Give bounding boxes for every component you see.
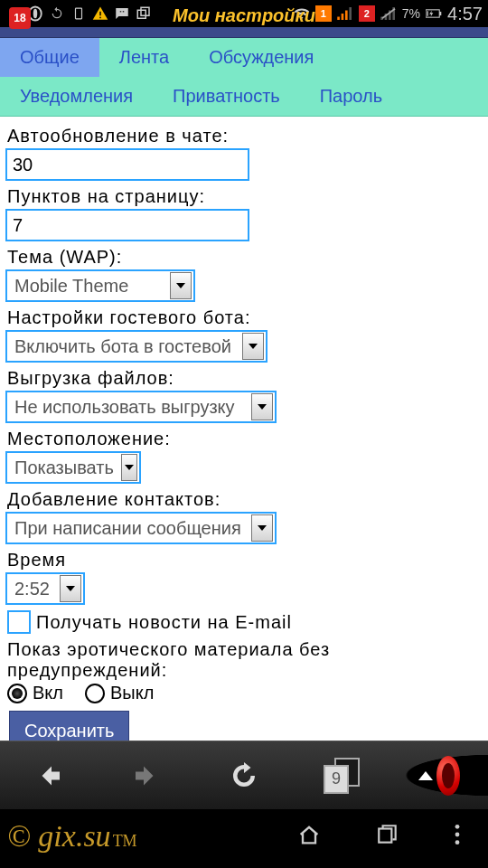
news-email-checkbox[interactable] xyxy=(7,610,31,634)
svg-rect-4 xyxy=(99,17,101,19)
opera-menu-button[interactable] xyxy=(418,755,460,797)
theme-select[interactable]: Mobile Theme xyxy=(5,269,195,302)
contacts-value: При написании сообщения xyxy=(7,518,251,539)
tab-password[interactable]: Пароль xyxy=(300,77,402,116)
opera-icon xyxy=(436,756,460,796)
erotic-on-radio[interactable] xyxy=(7,684,27,703)
settings-tabs: Общие Лента Обсуждения Уведомления Прива… xyxy=(0,38,488,117)
home-softkey[interactable] xyxy=(296,822,322,851)
tab-privacy[interactable]: Приватность xyxy=(153,77,300,116)
guest-bot-value: Включить бота в гостевой xyxy=(7,336,242,357)
chevron-down-icon xyxy=(170,272,192,299)
erotic-off-radio[interactable] xyxy=(85,684,105,703)
tab-notifications[interactable]: Уведомления xyxy=(0,77,153,116)
clock: 4:57 xyxy=(447,4,483,24)
svg-rect-3 xyxy=(99,12,101,16)
battery-icon xyxy=(426,5,442,22)
upload-value: Не использовать выгрузку xyxy=(7,397,251,418)
brand-name: gix.su xyxy=(38,819,110,854)
items-per-page-input[interactable] xyxy=(5,209,249,241)
app-logo-icon: 18 xyxy=(9,7,31,29)
tab-count: 9 xyxy=(324,765,349,794)
svg-rect-5 xyxy=(120,11,122,13)
chevron-down-icon xyxy=(242,333,264,360)
recent-apps-softkey[interactable] xyxy=(376,823,399,850)
device-icon xyxy=(70,5,87,22)
svg-point-22 xyxy=(455,825,460,829)
nav-reload-button[interactable] xyxy=(223,755,265,797)
sync-icon xyxy=(49,5,65,22)
upload-select[interactable]: Не использовать выгрузку xyxy=(5,391,277,423)
contacts-select[interactable]: При написании сообщения xyxy=(5,512,277,544)
brand-watermark: © gix.su TM xyxy=(7,819,137,854)
svg-rect-2 xyxy=(76,8,82,19)
chevron-down-icon xyxy=(121,454,137,481)
erotic-label: Показ эротического материала без предупр… xyxy=(7,639,483,681)
page-title: Мои настройки xyxy=(173,5,315,26)
guest-bot-label: Настройки гостевого бота: xyxy=(7,307,483,328)
contacts-label: Добавление контактов: xyxy=(7,489,483,510)
theme-value: Mobile Theme xyxy=(7,276,170,297)
guest-bot-select[interactable]: Включить бота в гостевой xyxy=(5,330,267,363)
message-icon xyxy=(114,5,130,22)
trademark-symbol: TM xyxy=(113,832,137,851)
time-select[interactable]: 2:52 xyxy=(5,572,85,605)
chevron-down-icon xyxy=(60,575,81,602)
battery-percent: 7% xyxy=(402,6,420,21)
erotic-on-label: Вкл xyxy=(33,683,63,703)
chat-autorefresh-label: Автообновление в чате: xyxy=(7,126,483,146)
items-per-page-label: Пунктов на страницу: xyxy=(7,186,483,207)
erotic-off-label: Выкл xyxy=(110,683,154,703)
signal1-icon xyxy=(337,5,353,22)
svg-rect-11 xyxy=(345,11,348,21)
stack-icon xyxy=(136,5,152,22)
location-value: Показывать xyxy=(7,458,121,478)
browser-navbar: 9 xyxy=(0,741,488,809)
settings-form: Автообновление в чате: Пунктов на страни… xyxy=(0,117,488,741)
sim2-badge: 2 xyxy=(359,5,375,22)
nav-forward-button[interactable] xyxy=(126,755,167,797)
location-label: Местоположение: xyxy=(7,429,483,449)
svg-rect-10 xyxy=(341,14,343,20)
sim1-badge: 1 xyxy=(315,5,332,22)
tab-general[interactable]: Общие xyxy=(0,38,99,77)
nav-back-button[interactable] xyxy=(28,755,70,797)
chevron-down-icon xyxy=(251,514,273,542)
theme-label: Тема (WAP): xyxy=(7,247,483,268)
signal2-icon xyxy=(380,5,397,22)
svg-rect-19 xyxy=(439,12,441,15)
chevron-up-icon xyxy=(418,771,433,780)
svg-point-23 xyxy=(455,833,460,837)
chevron-down-icon xyxy=(251,393,273,420)
system-softbar: © gix.su TM xyxy=(0,809,488,863)
tab-discussions[interactable]: Обсуждения xyxy=(189,38,333,77)
upload-label: Выгрузка файлов: xyxy=(7,368,483,389)
svg-rect-6 xyxy=(123,11,125,13)
chat-autorefresh-input[interactable] xyxy=(5,148,249,181)
warning-icon xyxy=(92,5,108,22)
copyright-symbol: © xyxy=(7,819,31,854)
time-label: Время xyxy=(7,550,483,571)
menu-softkey[interactable] xyxy=(454,823,461,850)
svg-point-1 xyxy=(33,9,38,19)
svg-rect-9 xyxy=(337,17,340,21)
tab-feed[interactable]: Лента xyxy=(99,38,189,77)
news-email-label: Получать новости на E-mail xyxy=(36,612,292,633)
time-value: 2:52 xyxy=(7,579,60,599)
location-select[interactable]: Показывать xyxy=(5,451,141,484)
svg-point-24 xyxy=(455,840,460,844)
app-header: 18 Мои настройки xyxy=(0,27,488,38)
svg-rect-20 xyxy=(427,11,427,16)
svg-rect-21 xyxy=(379,829,391,843)
svg-rect-12 xyxy=(349,7,352,20)
save-button[interactable]: Сохранить xyxy=(9,711,129,741)
